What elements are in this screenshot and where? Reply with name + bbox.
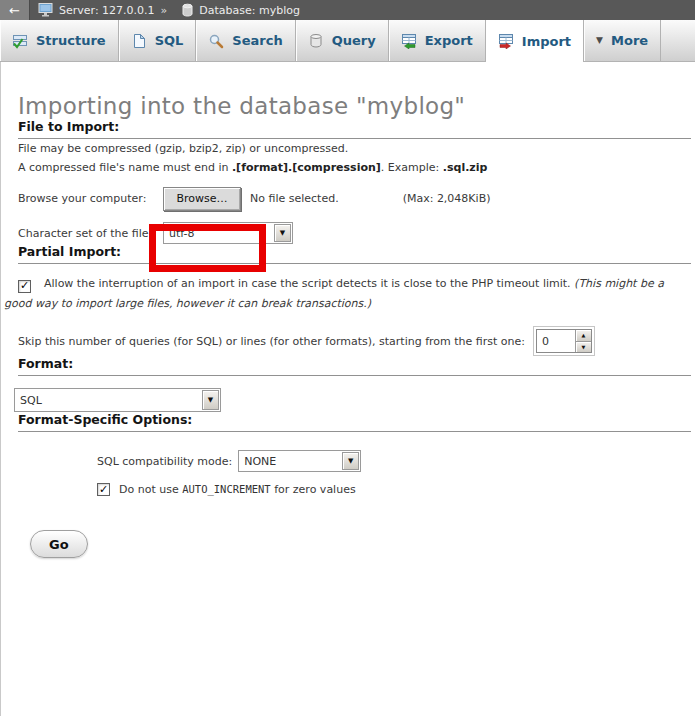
sql-compatibility-select[interactable]: NONE ▼: [238, 450, 361, 472]
browse-button[interactable]: Browse…: [163, 187, 241, 211]
spinner-up-button[interactable]: ▲: [576, 330, 591, 341]
tab-label: SQL: [155, 33, 184, 48]
skip-queries-label: Skip this number of queries (for SQL) or…: [18, 335, 525, 348]
structure-icon: [12, 33, 28, 49]
sql-compatibility-row: SQL compatibility mode: NONE ▼: [97, 450, 691, 472]
skip-queries-input[interactable]: 0 ▲ ▼: [533, 326, 595, 356]
tab-sql[interactable]: SQL: [119, 20, 197, 61]
file-upload-row: Browse your computer: Browse… No file se…: [18, 186, 691, 211]
spinner-up-icon: ▲: [582, 332, 586, 338]
chevron-down-icon: ▼: [596, 36, 603, 45]
tab-label: Structure: [36, 33, 106, 48]
tab-label: More: [611, 33, 648, 48]
skip-queries-row: Skip this number of queries (for SQL) or…: [18, 326, 691, 356]
section-heading-format-specific: Format-Specific Options:: [18, 412, 691, 432]
import-icon: [498, 33, 514, 49]
section-heading-file-to-import: File to Import:: [18, 119, 691, 139]
tab-label: Search: [232, 33, 282, 48]
no-file-selected-text: No file selected.: [250, 192, 339, 205]
auto-increment-checkbox[interactable]: ✓: [97, 483, 110, 496]
database-icon: [181, 3, 194, 17]
filename-note: A compressed file's name must end in .[f…: [18, 158, 691, 177]
export-icon: [401, 33, 417, 49]
breadcrumb-server[interactable]: Server: 127.0.0.1: [59, 4, 155, 17]
query-icon: [308, 33, 324, 49]
format-select[interactable]: SQL ▼: [14, 388, 221, 412]
tab-label: Import: [522, 34, 571, 49]
spinner-down-button[interactable]: ▼: [576, 341, 591, 353]
auto-increment-code: AUTO_INCREMENT: [182, 483, 271, 495]
spinner-down-icon: ▼: [582, 344, 586, 350]
max-size-text: (Max: 2,048KiB): [403, 192, 491, 205]
sql-compatibility-value: NONE: [239, 455, 341, 468]
charset-row: Character set of the file: utf-8 ▼: [18, 222, 691, 244]
tab-bar: Structure SQL Search Query Export Import…: [0, 20, 695, 62]
allow-interrupt-row: ✓Allow the interruption of an import in …: [4, 274, 691, 314]
checkmark-icon: ✓: [99, 484, 108, 495]
main-content: Importing into the database "myblog" Fil…: [0, 62, 695, 716]
format-row: SQL ▼: [18, 388, 691, 412]
section-heading-partial-import: Partial Import:: [18, 244, 691, 264]
breadcrumb-bar: ← Server: 127.0.0.1 » Database: myblog: [0, 0, 695, 20]
server-icon: [38, 3, 54, 17]
tab-export[interactable]: Export: [389, 20, 486, 61]
breadcrumb-database[interactable]: Database: myblog: [199, 4, 300, 17]
back-arrow-icon: ←: [9, 3, 20, 18]
tab-import[interactable]: Import: [486, 20, 584, 62]
tab-label: Query: [332, 33, 376, 48]
charset-select[interactable]: utf-8 ▼: [163, 222, 293, 244]
section-heading-format: Format:: [18, 356, 691, 376]
tabbar-filler: [661, 20, 695, 61]
allow-interrupt-checkbox[interactable]: ✓: [18, 280, 31, 293]
charset-label: Character set of the file:: [18, 227, 163, 240]
tab-query[interactable]: Query: [296, 20, 389, 61]
skip-queries-value: 0: [537, 330, 575, 352]
format-select-value: SQL: [15, 394, 201, 407]
charset-select-value: utf-8: [164, 227, 273, 240]
tab-more[interactable]: ▼ More: [584, 20, 661, 61]
auto-increment-row: ✓ Do not use AUTO_INCREMENT for zero val…: [97, 483, 691, 496]
page-title: Importing into the database "myblog": [18, 62, 691, 119]
tab-label: Export: [425, 33, 473, 48]
tab-search[interactable]: Search: [196, 20, 295, 61]
sql-icon: [131, 33, 147, 49]
search-icon: [208, 33, 224, 49]
back-button[interactable]: ←: [0, 0, 30, 20]
allow-interrupt-text: Allow the interruption of an import in c…: [44, 277, 574, 290]
dropdown-arrow-icon: ▼: [202, 390, 219, 410]
go-button[interactable]: Go: [30, 530, 88, 558]
dropdown-arrow-icon: ▼: [342, 452, 359, 470]
dropdown-arrow-icon: ▼: [274, 224, 291, 242]
browse-label: Browse your computer:: [18, 192, 163, 205]
checkmark-icon: ✓: [20, 280, 29, 291]
compression-note: File may be compressed (gzip, bzip2, zip…: [18, 139, 691, 158]
sql-compatibility-label: SQL compatibility mode:: [97, 455, 232, 468]
tab-structure[interactable]: Structure: [0, 20, 119, 61]
auto-increment-text: Do not use AUTO_INCREMENT for zero value…: [119, 483, 356, 496]
go-row: Go: [18, 496, 691, 558]
breadcrumb-separator: »: [161, 4, 168, 17]
